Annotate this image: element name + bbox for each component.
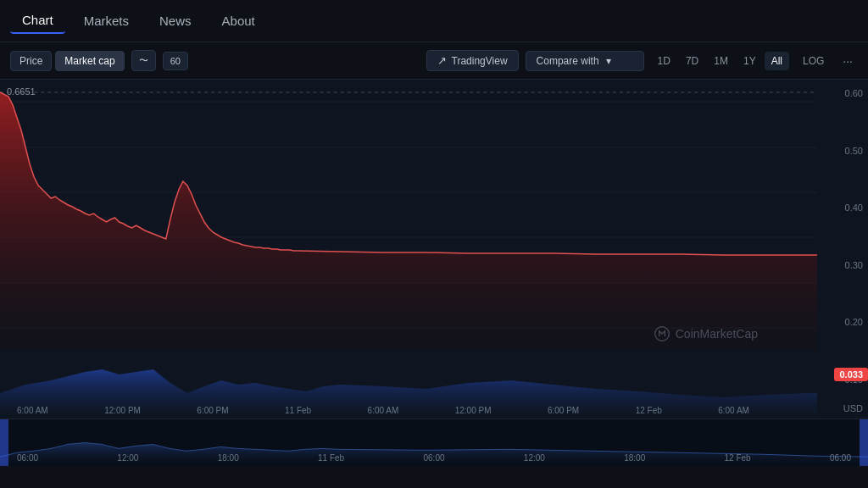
tf-7d[interactable]: 7D [679, 52, 705, 70]
price-button[interactable]: Price [10, 51, 52, 71]
view-toggle-group: Price Market cap [10, 51, 125, 71]
mini-x-0: 06:00 [17, 453, 38, 463]
x-label-2: 6:00 PM [197, 406, 228, 415]
candle-button[interactable]: 60 [163, 52, 188, 70]
tf-all[interactable]: All [765, 52, 789, 70]
main-chart-container: 0.6651 CoinMarketCap 6:00 AM 12:00 PM 6:… [0, 80, 868, 419]
tradingview-icon: ↗ [437, 54, 447, 67]
tab-about[interactable]: About [210, 8, 267, 33]
mini-x-4: 06:00 [423, 453, 444, 463]
watermark: CoinMarketCap [654, 325, 758, 342]
mini-x-1: 12:00 [117, 453, 138, 463]
top-price-label: 0.6651 [7, 86, 36, 97]
timeframe-group: 1D 7D 1M 1Y All [651, 52, 789, 70]
x-label-8: 6:00 AM [718, 406, 749, 415]
y-axis: 0.60 0.50 0.40 0.30 0.20 0.10 0.033 USD [817, 80, 868, 419]
more-options-button[interactable]: ··· [837, 51, 858, 71]
candle-label: 60 [170, 56, 181, 66]
tradingview-label: TradingView [452, 55, 508, 67]
y-label-020: 0.20 [845, 317, 863, 327]
mini-x-7: 12 Feb [725, 453, 751, 463]
y-label-060: 0.60 [845, 88, 863, 98]
y-label-050: 0.50 [845, 146, 863, 156]
x-label-0: 6:00 AM [17, 406, 48, 415]
tf-1d[interactable]: 1D [651, 52, 677, 70]
chart-toolbar: Price Market cap 〜 60 ↗ TradingView Comp… [0, 42, 868, 80]
mini-x-6: 18:00 [624, 453, 645, 463]
chevron-down-icon: ▾ [606, 55, 611, 67]
usd-label: USD [843, 403, 863, 413]
x-axis-labels: 6:00 AM 12:00 PM 6:00 PM 11 Feb 6:00 AM … [0, 406, 766, 415]
chart-canvas-area[interactable]: 0.6651 CoinMarketCap 6:00 AM 12:00 PM 6:… [0, 80, 817, 419]
x-label-6: 6:00 PM [548, 406, 579, 415]
x-label-4: 6:00 AM [368, 406, 399, 415]
tf-1y[interactable]: 1Y [737, 52, 763, 70]
log-button[interactable]: LOG [796, 52, 831, 70]
mini-chart-navigator[interactable]: 06:00 12:00 18:00 11 Feb 06:00 12:00 18:… [0, 419, 868, 466]
tab-chart[interactable]: Chart [10, 8, 65, 34]
x-label-7: 12 Feb [636, 406, 662, 415]
x-label-3: 11 Feb [285, 406, 311, 415]
line-chart-button[interactable]: 〜 [131, 50, 156, 71]
mini-x-axis: 06:00 12:00 18:00 11 Feb 06:00 12:00 18:… [0, 453, 868, 463]
mini-x-8: 06:00 [830, 453, 851, 463]
y-label-030: 0.30 [845, 260, 863, 270]
tf-1m[interactable]: 1M [707, 52, 735, 70]
compare-button[interactable]: Compare with ▾ [526, 51, 644, 71]
tradingview-button[interactable]: ↗ TradingView [426, 50, 519, 71]
mini-x-3: 11 Feb [318, 453, 344, 463]
top-navigation: Chart Markets News About [0, 0, 868, 42]
mini-x-2: 18:00 [218, 453, 239, 463]
tab-news[interactable]: News [147, 8, 203, 33]
watermark-text: CoinMarketCap [676, 327, 758, 341]
compare-label: Compare with [537, 55, 599, 67]
tab-markets[interactable]: Markets [72, 8, 141, 33]
x-label-1: 12:00 PM [104, 406, 141, 415]
y-label-040: 0.40 [845, 202, 863, 213]
x-label-5: 12:00 PM [455, 406, 492, 415]
marketcap-button[interactable]: Market cap [55, 51, 124, 71]
line-icon: 〜 [139, 54, 148, 67]
current-price-badge: 0.033 [834, 368, 868, 381]
mini-x-5: 12:00 [524, 453, 545, 463]
